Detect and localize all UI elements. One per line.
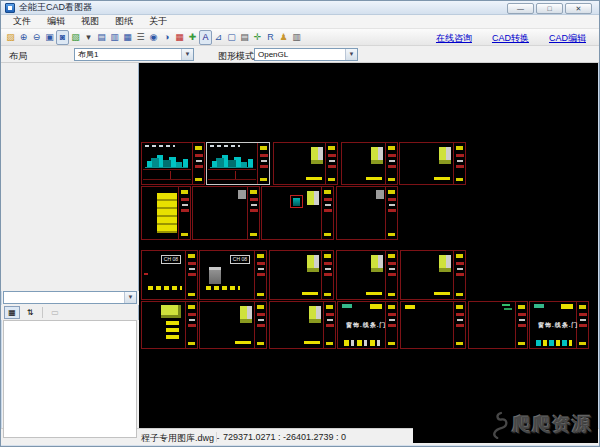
- menu-item-sheet[interactable]: 图纸: [107, 15, 141, 28]
- new-window-icon[interactable]: ▢: [225, 30, 238, 45]
- toolbar-separator: [42, 307, 43, 318]
- window-cascade-icon[interactable]: ▤: [95, 30, 108, 45]
- app-window: 全能王CAD看图器 —□✕ 文件编辑视图图纸关于 ▨⊕⊖▣◙▧▾▤▥▦☰◉◑▦✚…: [0, 0, 600, 447]
- color-mode-icon[interactable]: ▦: [173, 30, 186, 45]
- pan-view-icon[interactable]: ◙: [56, 30, 69, 45]
- graphics-mode-label: 图形模式: [218, 50, 254, 63]
- sheet-drawing-art: [376, 190, 384, 199]
- measure-icon[interactable]: ⊿: [212, 30, 225, 45]
- title-block-strip: [453, 251, 465, 299]
- zoom-window-icon[interactable]: R: [264, 30, 277, 45]
- cad-sheet-tile[interactable]: 窗饰.线条.门: [337, 301, 398, 349]
- chevron-down-icon[interactable]: ▼: [181, 49, 193, 60]
- layout-label: 布局: [9, 50, 27, 63]
- sheet-drawing-art: [439, 147, 451, 164]
- cad-sheet-tile[interactable]: [141, 142, 205, 185]
- title-bar[interactable]: 全能王CAD看图器 —□✕: [1, 1, 599, 15]
- cad-sheet-tile[interactable]: [273, 142, 338, 185]
- link-cad-edit[interactable]: CAD编辑: [549, 32, 586, 45]
- invert-color-icon[interactable]: ◑: [160, 30, 173, 45]
- cad-sheet-tile[interactable]: [199, 301, 267, 349]
- sheet-drawing-art: [502, 304, 512, 312]
- graphics-mode-select[interactable]: OpenGL ▼: [254, 48, 358, 61]
- menu-bar: 文件编辑视图图纸关于: [1, 15, 599, 29]
- status-file-name: 程子专用图库.dwg -: [141, 432, 220, 445]
- title-block-strip: [385, 187, 397, 239]
- cad-sheet-tile[interactable]: [468, 301, 528, 349]
- title-block-strip: [321, 187, 333, 239]
- cad-sheet-tile[interactable]: [192, 186, 260, 240]
- sheet-drawing-detail: [144, 273, 148, 275]
- cad-canvas[interactable]: CH 08CH 08窗饰.线条.门窗饰.线条.门: [139, 63, 598, 428]
- sheet-drawing-art: [238, 190, 246, 199]
- zoom-out-icon[interactable]: ⊖: [30, 30, 43, 45]
- zoom-in-icon[interactable]: ⊕: [17, 30, 30, 45]
- title-block-strip: [385, 143, 397, 184]
- cad-sheet-tile[interactable]: [141, 301, 198, 349]
- app-icon: [5, 3, 15, 13]
- sheet-drawing-art: [405, 305, 415, 309]
- cad-sheet-tile[interactable]: [400, 301, 466, 349]
- sheet-text: 窗饰.线条.门: [346, 321, 386, 330]
- window-tile-icon[interactable]: ▥: [108, 30, 121, 45]
- layout-select[interactable]: 布局1 ▼: [74, 48, 194, 61]
- bg-color-icon[interactable]: ◉: [147, 30, 160, 45]
- cad-sheet-tile[interactable]: CH 08: [199, 250, 267, 300]
- page-detail-icon[interactable]: ▭: [47, 306, 63, 319]
- cad-sheet-tile[interactable]: [336, 186, 398, 240]
- sheet-drawing-detail: [170, 171, 171, 180]
- title-block-strip: [185, 302, 197, 348]
- layout-select-value: 布局1: [78, 50, 98, 59]
- sheet-drawing-art: [148, 286, 182, 290]
- cad-sheet-tile[interactable]: [269, 250, 334, 300]
- window-stack-icon[interactable]: ▦: [121, 30, 134, 45]
- more-dropdown-icon[interactable]: ▾: [82, 30, 95, 45]
- paste-icon[interactable]: ▥: [290, 30, 303, 45]
- menu-item-about[interactable]: 关于: [141, 15, 175, 28]
- chevron-down-icon[interactable]: ▼: [124, 292, 136, 303]
- cad-sheet-tile[interactable]: [269, 301, 336, 349]
- sidebar-preview-panel: [1, 63, 139, 291]
- pan-tool-icon[interactable]: ✛: [251, 30, 264, 45]
- list-view-icon[interactable]: ☰: [134, 30, 147, 45]
- sheet-drawing-art: [311, 147, 323, 164]
- cad-sheet-tile[interactable]: [400, 250, 466, 300]
- open-file-icon[interactable]: ▨: [4, 30, 17, 45]
- maximize-button[interactable]: □: [536, 3, 563, 14]
- sheet-drawing-art: [439, 255, 451, 272]
- text-toggle-icon[interactable]: A: [199, 30, 212, 45]
- sheet-drawing-art: [307, 255, 319, 272]
- fit-view-icon[interactable]: ▣: [43, 30, 56, 45]
- print-icon[interactable]: ▤: [238, 30, 251, 45]
- user-icon[interactable]: ♟: [277, 30, 290, 45]
- title-block-strip: [254, 251, 266, 299]
- cad-sheet-tile[interactable]: [206, 142, 270, 185]
- menu-item-view[interactable]: 视图: [73, 15, 107, 28]
- close-button[interactable]: ✕: [565, 3, 592, 14]
- layer-manager-icon[interactable]: ▧: [69, 30, 82, 45]
- cad-sheet-tile[interactable]: [261, 186, 334, 240]
- cad-sheet-tile[interactable]: [399, 142, 466, 185]
- minimize-button[interactable]: —: [507, 3, 534, 14]
- full-extent-icon[interactable]: ✚: [186, 30, 199, 45]
- chevron-down-icon[interactable]: ▼: [345, 49, 357, 60]
- link-online-consult[interactable]: 在线咨询: [436, 32, 472, 45]
- cad-sheet-tile[interactable]: 窗饰.线条.门: [529, 301, 589, 349]
- sheet-drawing-art: [307, 191, 319, 205]
- watermark-text: 爬爬资源: [512, 412, 592, 438]
- link-cad-convert[interactable]: CAD转换: [492, 32, 529, 45]
- menu-item-file[interactable]: 文件: [5, 15, 39, 28]
- watermark: 爬爬资源: [413, 407, 598, 443]
- sort-alpha-icon[interactable]: ⇅: [22, 306, 38, 319]
- title-block-strip: [257, 143, 269, 184]
- cad-sheet-tile[interactable]: CH 08: [141, 250, 198, 300]
- sheet-drawing-art: [371, 147, 383, 164]
- categorized-icon[interactable]: ▦: [4, 306, 20, 319]
- property-filter-select[interactable]: ▼: [3, 291, 137, 304]
- sheet-drawing-detail: [235, 171, 236, 180]
- property-list-panel[interactable]: [3, 320, 137, 438]
- menu-item-edit[interactable]: 编辑: [39, 15, 73, 28]
- cad-sheet-tile[interactable]: [336, 250, 398, 300]
- cad-sheet-tile[interactable]: [141, 186, 191, 240]
- cad-sheet-tile[interactable]: [341, 142, 398, 185]
